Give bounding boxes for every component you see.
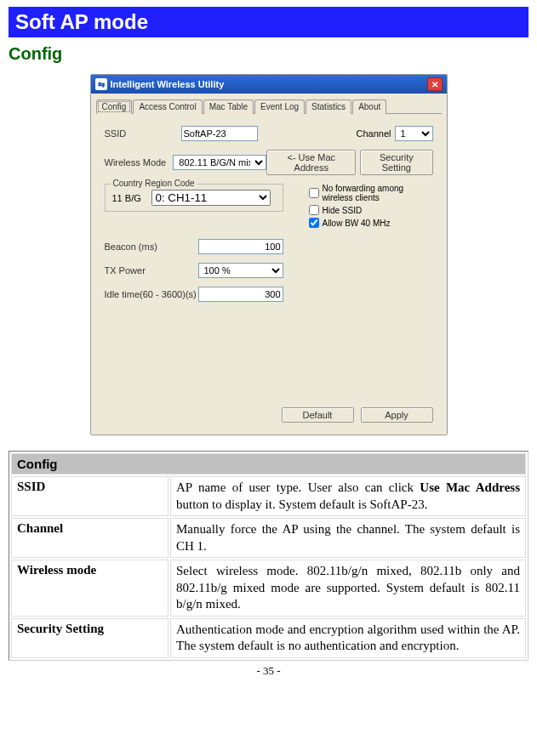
section-heading-config: Config: [9, 44, 528, 64]
use-mac-address-button[interactable]: <- Use Mac Address: [266, 150, 356, 175]
wireless-mode-select[interactable]: 802.11 B/G/N mix: [173, 155, 266, 170]
tab-config[interactable]: Config: [96, 99, 133, 114]
screenshot-container: ⇆ Intelligent Wireless Utility ✕ Config …: [9, 74, 528, 435]
check-hide-ssid[interactable]: Hide SSID: [309, 205, 433, 215]
txpower-select[interactable]: 100 %: [198, 263, 283, 278]
ssid-input[interactable]: [181, 126, 258, 141]
page-title-bar: Soft AP mode: [9, 7, 528, 37]
check-no-forwarding-label: No forwarding among wireless clients: [323, 184, 433, 202]
ssid-label: SSID: [105, 128, 181, 139]
table-row: SSID AP name of user type. User also can…: [11, 476, 526, 516]
beacon-input[interactable]: [198, 239, 283, 254]
middle-section: Country Region Code 11 B/G 0: CH1-11: [105, 184, 433, 230]
idle-label: Idle time(60 - 3600)(s): [105, 289, 198, 299]
checkbox-group: No forwarding among wireless clients Hid…: [309, 184, 433, 230]
tab-event-log[interactable]: Event Log: [254, 99, 305, 114]
country-region-legend: Country Region Code: [111, 179, 197, 188]
checkbox-no-forwarding[interactable]: [309, 188, 319, 198]
tabstrip: Config Access Control Mac Table Event Lo…: [96, 99, 442, 114]
channel-select[interactable]: 1: [395, 126, 433, 141]
config-table: Config SSID AP name of user type. User a…: [9, 451, 528, 661]
txpower-label: TX Power: [105, 265, 198, 276]
wireless-mode-label: Wireless Mode: [105, 157, 174, 168]
row-label-wireless-mode: Wireless mode: [11, 560, 169, 617]
app-window: ⇆ Intelligent Wireless Utility ✕ Config …: [90, 74, 448, 435]
idle-input[interactable]: [198, 287, 283, 302]
tab-mac-table[interactable]: Mac Table: [203, 99, 254, 114]
checkbox-allow-bw[interactable]: [309, 218, 319, 228]
row-desc-security-setting: Authentication mode and encryption algor…: [170, 618, 526, 658]
default-button[interactable]: Default: [282, 407, 354, 423]
app-icon: ⇆: [95, 78, 107, 90]
row-desc-ssid: AP name of user type. User also can clic…: [170, 476, 526, 516]
tab-statistics[interactable]: Statistics: [306, 99, 351, 114]
window-titlebar: ⇆ Intelligent Wireless Utility ✕: [91, 75, 447, 94]
apply-button[interactable]: Apply: [361, 407, 433, 423]
window-body: Config Access Control Mac Table Event Lo…: [91, 94, 447, 435]
table-row: Channel Manually force the AP using the …: [11, 518, 526, 558]
row-label-security-setting: Security Setting: [11, 618, 169, 658]
close-icon[interactable]: ✕: [427, 77, 443, 91]
config-table-header: Config: [11, 453, 526, 475]
check-hide-ssid-label: Hide SSID: [323, 206, 363, 215]
ssid-row: SSID Channel 1: [105, 126, 433, 141]
check-allow-bw-label: Allow BW 40 MHz: [323, 219, 391, 228]
check-no-forwarding[interactable]: No forwarding among wireless clients: [309, 184, 433, 202]
beacon-row: Beacon (ms): [105, 239, 433, 254]
row-desc-channel: Manually force the AP using the channel.…: [170, 518, 526, 558]
button-bar: Default Apply: [96, 401, 442, 429]
security-setting-button[interactable]: Security Setting: [360, 150, 432, 175]
check-allow-bw[interactable]: Allow BW 40 MHz: [309, 218, 433, 228]
bg-select[interactable]: 0: CH1-11: [151, 190, 271, 206]
bottom-rows: Beacon (ms) TX Power 100 % Idle time(60 …: [105, 239, 433, 302]
wireless-mode-row: Wireless Mode 802.11 B/G/N mix <- Use Ma…: [105, 150, 433, 175]
checkbox-hide-ssid[interactable]: [309, 205, 319, 215]
window-title: Intelligent Wireless Utility: [111, 79, 225, 89]
beacon-label: Beacon (ms): [105, 242, 198, 252]
config-table-header-row: Config: [11, 453, 526, 475]
table-row: Wireless mode Select wireless mode. 802.…: [11, 560, 526, 617]
row-label-ssid: SSID: [11, 476, 169, 516]
row-label-channel: Channel: [11, 518, 169, 558]
tab-about[interactable]: About: [352, 99, 386, 114]
row-desc-wireless-mode: Select wireless mode. 802.11b/g/n mixed,…: [170, 560, 526, 617]
idle-row: Idle time(60 - 3600)(s): [105, 287, 433, 302]
channel-block: Channel 1: [357, 126, 433, 141]
country-region-fieldset: Country Region Code 11 B/G 0: CH1-11: [105, 184, 283, 212]
tab-access-control[interactable]: Access Control: [133, 99, 202, 114]
page-number: - 35 -: [9, 664, 528, 678]
bg-label: 11 B/G: [112, 193, 146, 203]
channel-label: Channel: [357, 128, 391, 139]
form-area: SSID Channel 1 Wireless Mode 802.11 B/G/…: [96, 121, 442, 401]
txpower-row: TX Power 100 %: [105, 263, 433, 278]
table-row: Security Setting Authentication mode and…: [11, 618, 526, 658]
